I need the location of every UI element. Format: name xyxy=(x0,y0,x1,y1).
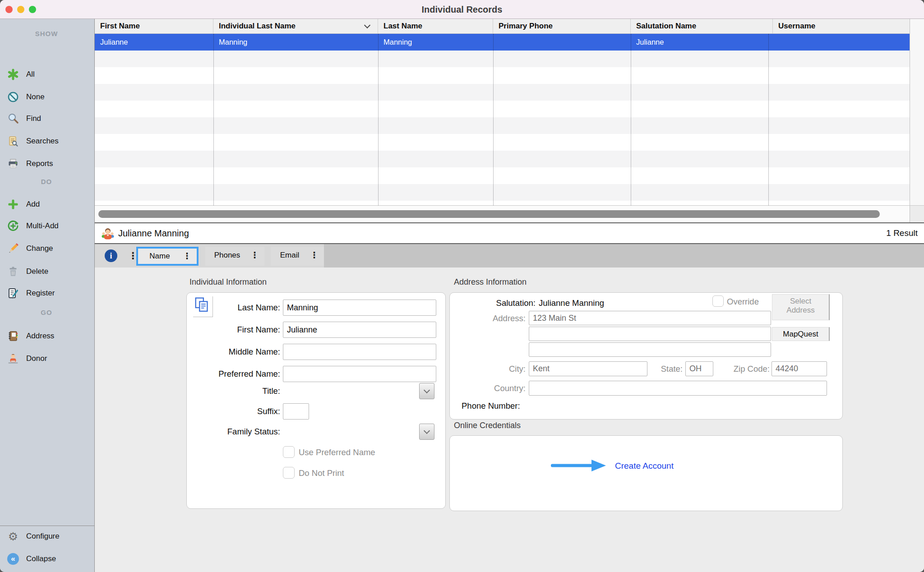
people-icon xyxy=(101,227,115,240)
info-icon[interactable]: i xyxy=(105,249,117,262)
column-header-username[interactable]: Username xyxy=(773,19,910,33)
tab-kebab-menu-icon[interactable]: ⋮ xyxy=(310,247,319,266)
window-title: Individual Records xyxy=(0,0,924,19)
table-row-empty[interactable] xyxy=(95,167,910,184)
online-credentials-panel: Create Account xyxy=(449,435,843,511)
table-row-empty[interactable] xyxy=(95,151,910,167)
tab-bar: i ⋮ Name ⋮ Phones ⋮ Email ⋮ xyxy=(95,244,924,268)
table-row-empty[interactable] xyxy=(95,134,910,151)
sidebar-item-find[interactable]: Find xyxy=(0,112,94,125)
horizontal-scrollbar-track[interactable] xyxy=(95,205,910,222)
online-credentials-title: Online Credentials xyxy=(454,421,521,430)
no-circle-icon xyxy=(7,91,19,103)
last-name-label: Last Name: xyxy=(187,300,280,316)
magnifier-icon xyxy=(7,113,19,125)
record-header-bar: Julianne Manning 1 Result xyxy=(95,222,924,244)
sidebar-item-all[interactable]: All xyxy=(0,68,94,81)
sidebar-item-address[interactable]: Address xyxy=(0,329,94,343)
sidebar-item-configure[interactable]: ⚙ Configure xyxy=(0,530,94,543)
arrow-right-icon xyxy=(551,460,606,473)
tab-kebab-menu-icon[interactable]: ⋮ xyxy=(183,249,191,264)
gear-icon: ⚙ xyxy=(7,530,19,542)
cell-last-name: Manning xyxy=(378,34,493,51)
pencil-icon xyxy=(7,243,19,254)
sidebar-item-register[interactable]: Register xyxy=(0,286,94,300)
sidebar-item-searches[interactable]: Searches xyxy=(0,134,94,148)
selected-record-name: Julianne Manning xyxy=(118,223,189,243)
address-line3-field[interactable] xyxy=(529,342,771,357)
table-row-empty[interactable] xyxy=(95,51,910,67)
address-line1-field[interactable] xyxy=(529,311,771,325)
title-dropdown-button[interactable] xyxy=(419,383,434,399)
override-checkbox-label: Override xyxy=(727,297,759,307)
salutation-label: Salutation: xyxy=(450,298,536,308)
override-checkbox[interactable] xyxy=(712,295,724,307)
address-book-icon xyxy=(7,330,19,342)
tab-phones[interactable]: Phones ⋮ xyxy=(205,247,264,266)
middle-name-field[interactable] xyxy=(283,344,436,360)
do-not-print-checkbox[interactable] xyxy=(283,467,295,479)
sidebar-item-reports[interactable]: Reports xyxy=(0,157,94,171)
column-divider xyxy=(213,34,214,205)
preferred-name-field[interactable] xyxy=(283,366,436,382)
address-information-title: Address Information xyxy=(454,277,527,287)
tab-name[interactable]: Name ⋮ xyxy=(136,247,199,266)
family-status-label: Family Status: xyxy=(187,424,280,440)
sidebar: SHOW All None Find Searches Reports DO A… xyxy=(0,19,95,572)
mapquest-button[interactable]: MapQuest xyxy=(772,327,830,341)
sidebar-item-delete[interactable]: Delete xyxy=(0,265,94,278)
table-row-empty[interactable] xyxy=(95,84,910,101)
address-label: Address: xyxy=(450,314,526,323)
column-header-first-name[interactable]: First Name xyxy=(95,19,213,33)
salutation-value: Julianne Manning xyxy=(539,298,674,308)
column-header-salutation-name[interactable]: Salutation Name xyxy=(631,19,773,33)
individual-information-title: Individual Information xyxy=(189,277,267,287)
table-row-selected[interactable]: Julianne Manning Manning Julianne xyxy=(95,34,910,51)
sort-chevron-icon[interactable] xyxy=(364,22,370,28)
sidebar-item-change[interactable]: Change xyxy=(0,242,94,255)
city-field[interactable] xyxy=(529,361,647,376)
asterisk-icon xyxy=(7,69,19,80)
preferred-name-label: Preferred Name: xyxy=(187,366,280,382)
sidebar-item-add[interactable]: Add xyxy=(0,198,94,211)
title-label: Title: xyxy=(187,383,280,399)
last-name-field[interactable] xyxy=(283,300,436,316)
suffix-field[interactable] xyxy=(283,403,309,420)
create-account-link[interactable]: Create Account xyxy=(615,461,674,471)
country-field[interactable] xyxy=(529,381,827,396)
zip-code-field[interactable] xyxy=(772,361,827,376)
column-header-individual-last-name[interactable]: Individual Last Name xyxy=(213,19,378,33)
table-row-empty[interactable] xyxy=(95,184,910,201)
tab-email[interactable]: Email ⋮ xyxy=(271,247,324,266)
column-divider xyxy=(378,34,379,205)
sidebar-item-multi-add[interactable]: Multi-Add xyxy=(0,219,94,233)
select-address-button[interactable]: Select Address xyxy=(772,294,830,320)
sidebar-item-collapse[interactable]: « Collapse xyxy=(0,552,94,566)
cell-primary-phone xyxy=(493,34,631,51)
middle-name-label: Middle Name: xyxy=(187,344,280,360)
use-preferred-name-checkbox[interactable] xyxy=(283,446,295,458)
column-header-primary-phone[interactable]: Primary Phone xyxy=(493,19,631,33)
table-row-empty[interactable] xyxy=(95,101,910,117)
table-row-empty[interactable] xyxy=(95,201,910,205)
horizontal-scrollbar-thumb[interactable] xyxy=(98,210,880,218)
first-name-field[interactable] xyxy=(283,322,436,338)
record-detail-content: Individual Information Last Name: First … xyxy=(95,268,924,572)
sidebar-item-donor[interactable]: Donor xyxy=(0,352,94,365)
multi-add-icon xyxy=(7,220,19,232)
sidebar-header-go: GO xyxy=(0,309,93,316)
family-status-dropdown-button[interactable] xyxy=(419,424,434,440)
sidebar-item-none[interactable]: None xyxy=(0,90,94,104)
column-divider xyxy=(631,34,631,205)
table-row-empty[interactable] xyxy=(95,117,910,134)
collapse-icon: « xyxy=(7,553,19,565)
address-line2-field[interactable] xyxy=(529,327,771,341)
column-header-last-name[interactable]: Last Name xyxy=(378,19,493,33)
table-header-row: First Name Individual Last Name Last Nam… xyxy=(95,19,924,34)
tab-kebab-menu-icon[interactable]: ⋮ xyxy=(250,247,259,266)
table-row-empty[interactable] xyxy=(95,67,910,84)
title-bar: Individual Records xyxy=(0,0,924,19)
state-field[interactable] xyxy=(685,361,713,376)
vertical-scrollbar-track[interactable] xyxy=(910,19,924,205)
column-divider xyxy=(493,34,494,205)
